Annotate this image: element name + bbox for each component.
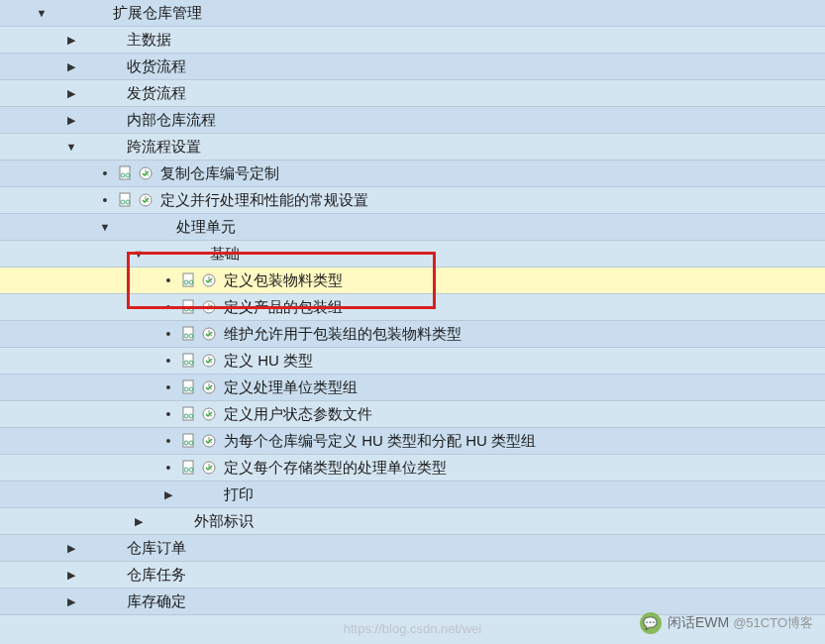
- clock-check-icon[interactable]: [200, 378, 218, 396]
- tree-row[interactable]: ▼ 跨流程设置: [0, 134, 825, 161]
- tree-label: 仓库订单: [127, 539, 186, 558]
- tree-label: 定义用户状态参数文件: [224, 405, 372, 424]
- watermark-text: @51CTO博客: [733, 614, 813, 632]
- tree-label: 定义包装物料类型: [224, 271, 343, 290]
- clock-check-icon[interactable]: [200, 298, 218, 316]
- bullet-icon: •: [93, 192, 117, 208]
- expand-arrow-icon[interactable]: ▼: [127, 248, 151, 260]
- tree-row[interactable]: ▼ 处理单元: [0, 214, 825, 241]
- tree-label: 为每个仓库编号定义 HU 类型和分配 HU 类型组: [224, 432, 536, 451]
- tree-label: 发货流程: [127, 84, 186, 103]
- doc-glasses-icon[interactable]: [180, 325, 198, 343]
- tree-label: 基础: [210, 245, 240, 264]
- tree-label: 内部仓库流程: [127, 111, 216, 130]
- clock-check-icon[interactable]: [137, 164, 155, 182]
- tree-label: 跨流程设置: [127, 138, 201, 157]
- tree-label: 收货流程: [127, 57, 186, 76]
- tree-row[interactable]: • 定义并行处理和性能的常规设置: [0, 187, 825, 214]
- tree-label: 扩展仓库管理: [113, 4, 202, 23]
- tree-row[interactable]: • 定义 HU 类型: [0, 348, 825, 375]
- clock-check-icon[interactable]: [137, 191, 155, 209]
- watermark-center: https://blog.csdn.net/wei: [344, 621, 481, 636]
- bullet-icon: •: [156, 299, 180, 315]
- tree-row[interactable]: ▶ 外部标识: [0, 508, 825, 535]
- tree-label: 维护允许用于包装组的包装物料类型: [224, 325, 462, 344]
- doc-glasses-icon[interactable]: [180, 405, 198, 423]
- tree-row-highlighted[interactable]: • 定义包装物料类型: [0, 268, 825, 294]
- tree-row[interactable]: • 定义产品的包装组: [0, 294, 825, 321]
- tree-label: 外部标识: [194, 512, 254, 531]
- tree-row-root[interactable]: ▼ 扩展仓库管理: [0, 0, 825, 27]
- bullet-icon: •: [93, 165, 117, 181]
- tree-label: 定义每个存储类型的处理单位类型: [224, 459, 447, 478]
- tree-label: 定义处理单位类型组: [224, 378, 358, 397]
- tree-label: 主数据: [127, 31, 171, 50]
- tree-label: 定义并行处理和性能的常规设置: [160, 191, 368, 210]
- collapse-arrow-icon[interactable]: ▶: [59, 595, 83, 608]
- tree-label: 仓库任务: [127, 566, 186, 585]
- collapse-arrow-icon[interactable]: ▶: [156, 488, 180, 501]
- collapse-arrow-icon[interactable]: ▶: [59, 569, 83, 582]
- tree-row[interactable]: ▶ 内部仓库流程: [0, 107, 825, 134]
- collapse-arrow-icon[interactable]: ▶: [59, 542, 83, 555]
- clock-check-icon[interactable]: [200, 352, 218, 370]
- tree-row[interactable]: ▶ 收货流程: [0, 54, 825, 80]
- tree-label: 库存确定: [127, 592, 186, 611]
- tree-row[interactable]: • 维护允许用于包装组的包装物料类型: [0, 321, 825, 348]
- tree-row[interactable]: ▶ 库存确定: [0, 589, 825, 615]
- tree-label: 处理单元: [176, 218, 236, 237]
- clock-check-icon[interactable]: [200, 405, 218, 423]
- tree-label: 复制仓库编号定制: [160, 164, 279, 183]
- collapse-arrow-icon[interactable]: ▶: [59, 114, 83, 127]
- clock-check-icon[interactable]: [200, 432, 218, 450]
- clock-check-icon[interactable]: [200, 459, 218, 477]
- wechat-icon: 💬: [640, 612, 662, 634]
- doc-glasses-icon[interactable]: [180, 352, 198, 370]
- bullet-icon: •: [156, 379, 180, 395]
- watermark-text: 闲话EWM: [668, 614, 729, 632]
- tree-row[interactable]: • 定义每个存储类型的处理单位类型: [0, 455, 825, 482]
- bullet-icon: •: [156, 460, 180, 476]
- tree-label: 打印: [224, 485, 254, 504]
- tree-row[interactable]: ▶ 打印: [0, 482, 825, 508]
- doc-glasses-icon[interactable]: [180, 378, 198, 396]
- bullet-icon: •: [156, 433, 180, 449]
- collapse-arrow-icon[interactable]: ▶: [59, 34, 83, 47]
- clock-check-icon[interactable]: [200, 325, 218, 343]
- tree-row[interactable]: ▶ 仓库订单: [0, 535, 825, 562]
- collapse-arrow-icon[interactable]: ▶: [59, 60, 83, 73]
- doc-glasses-icon[interactable]: [117, 191, 135, 209]
- doc-glasses-icon[interactable]: [117, 164, 135, 182]
- tree-row[interactable]: ▶ 发货流程: [0, 80, 825, 107]
- bullet-icon: •: [156, 272, 180, 288]
- tree-row[interactable]: ▶ 仓库任务: [0, 562, 825, 589]
- doc-glasses-icon[interactable]: [180, 432, 198, 450]
- tree-row[interactable]: • 复制仓库编号定制: [0, 161, 825, 187]
- tree-label: 定义产品的包装组: [224, 298, 343, 317]
- doc-glasses-icon[interactable]: [180, 271, 198, 289]
- doc-glasses-icon[interactable]: [180, 459, 198, 477]
- watermark-right: 💬 闲话EWM @51CTO博客: [640, 612, 813, 634]
- tree-row[interactable]: • 为每个仓库编号定义 HU 类型和分配 HU 类型组: [0, 428, 825, 455]
- tree-label: 定义 HU 类型: [224, 352, 313, 371]
- tree-row[interactable]: • 定义用户状态参数文件: [0, 401, 825, 428]
- bullet-icon: •: [156, 353, 180, 369]
- config-tree: ▼ 扩展仓库管理 ▶ 主数据 ▶ 收货流程 ▶ 发货流程 ▶ 内部仓库流程 ▼ …: [0, 0, 825, 615]
- clock-check-icon[interactable]: [200, 271, 218, 289]
- collapse-arrow-icon[interactable]: ▶: [127, 515, 151, 528]
- expand-arrow-icon[interactable]: ▼: [93, 221, 117, 233]
- tree-row[interactable]: • 定义处理单位类型组: [0, 375, 825, 401]
- doc-glasses-icon[interactable]: [180, 298, 198, 316]
- bullet-icon: •: [156, 326, 180, 342]
- expand-arrow-icon[interactable]: ▼: [30, 7, 53, 19]
- collapse-arrow-icon[interactable]: ▶: [59, 87, 83, 100]
- bullet-icon: •: [156, 406, 180, 422]
- expand-arrow-icon[interactable]: ▼: [59, 141, 83, 153]
- tree-row[interactable]: ▶ 主数据: [0, 27, 825, 54]
- tree-row-basic[interactable]: ▼ 基础: [0, 241, 825, 268]
